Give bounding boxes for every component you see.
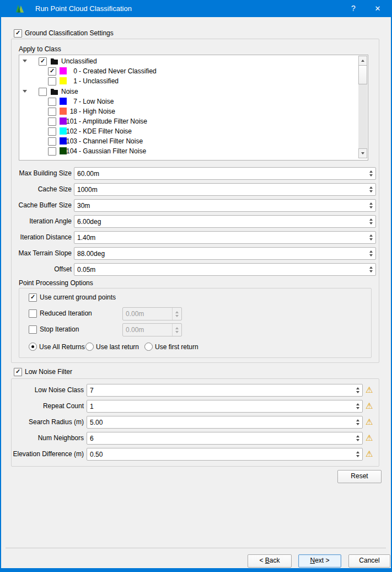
iteration-angle-spinbox[interactable]: 6.00deg — [74, 215, 376, 228]
checkbox[interactable]: ✓ — [39, 88, 47, 96]
spinner-buttons[interactable] — [367, 216, 375, 227]
spinner-buttons[interactable] — [353, 400, 362, 412]
class-name: KDE Filter Noise — [79, 127, 132, 135]
checkbox[interactable]: ✓ — [39, 57, 47, 66]
elevation-difference-label: Elevation Difference (m) — [11, 450, 84, 458]
spinner-buttons[interactable] — [353, 432, 362, 444]
folder-icon — [51, 88, 58, 97]
radio-use-all-returns[interactable] — [29, 343, 37, 351]
folder-icon — [51, 58, 58, 66]
spinner-buttons[interactable] — [367, 264, 375, 275]
class-name: Created Never Classified — [79, 67, 157, 75]
spinner-buttons[interactable] — [367, 184, 375, 195]
class-tree: ✓ Unclassified ✓ 0 Created Never Classif… — [19, 55, 368, 161]
checkbox[interactable]: ✓ — [48, 147, 56, 156]
tree-row-class-0[interactable]: ✓ 0 Created Never Classified — [19, 66, 356, 76]
reset-button[interactable]: Reset — [337, 470, 382, 483]
low-noise-filter-label: Low Noise Filter — [25, 368, 72, 376]
max-building-size-spinbox[interactable]: 60.00m — [74, 167, 376, 180]
checkbox[interactable]: ✓ — [48, 67, 56, 76]
checkbox[interactable]: ✓ — [48, 117, 56, 126]
next-button[interactable]: Next > — [298, 554, 341, 568]
tree-row-class-102[interactable]: ✓ 102 KDE Filter Noise — [19, 126, 356, 136]
class-number: 1 — [66, 77, 77, 85]
spinner-buttons[interactable] — [367, 232, 375, 243]
use-last-return-label: Use last return — [96, 343, 139, 351]
tree-scrollbar[interactable] — [358, 56, 367, 158]
iteration-distance-spinbox[interactable]: 1.40m — [74, 231, 376, 244]
spinner-buttons[interactable] — [367, 168, 375, 179]
scroll-up-button[interactable] — [358, 56, 367, 66]
class-number: 102 — [66, 127, 77, 135]
back-button[interactable]: < Back — [248, 554, 292, 568]
cache-buffer-size-label: Cache Buffer Size — [11, 201, 72, 209]
repeat-count-spinbox[interactable]: 1 — [87, 400, 363, 413]
class-number: 103 — [66, 137, 77, 145]
checkbox[interactable]: ✓ — [48, 127, 56, 136]
scrollbar-thumb[interactable] — [358, 65, 367, 84]
cache-size-spinbox[interactable]: 1000m — [74, 183, 376, 196]
checkbox[interactable]: ✓ — [48, 77, 56, 85]
iteration-angle-label: Iteration Angle — [11, 217, 72, 225]
search-radius-label: Search Radius (m) — [11, 418, 84, 426]
checkbox[interactable]: ✓ — [48, 108, 56, 116]
tree-row-class-18[interactable]: ✓ 18 High Noise — [19, 106, 356, 116]
tree-row-class-7[interactable]: ✓ 7 Low Noise — [19, 97, 356, 106]
spinner-buttons[interactable] — [353, 384, 362, 396]
tree-group-label: Noise — [61, 88, 78, 95]
spinner-buttons[interactable] — [353, 448, 362, 460]
class-name: Channel Filter Noise — [79, 137, 143, 145]
checkbox[interactable]: ✓ — [48, 98, 56, 106]
use-first-return-label: Use first return — [155, 343, 198, 351]
stop-iteration-checkbox[interactable]: ✓ — [29, 325, 37, 334]
search-radius-spinbox[interactable]: 5.00 — [87, 416, 363, 429]
ground-settings-label: Ground Classification Settings — [25, 29, 114, 37]
class-number: 0 — [66, 67, 77, 75]
tree-row-noise-group[interactable]: ✓ Noise — [19, 87, 356, 97]
class-name: Amplitude Filter Noise — [79, 117, 147, 125]
offset-label: Offset — [11, 265, 72, 273]
low-noise-class-spinbox[interactable]: 7 — [87, 384, 363, 397]
help-button[interactable]: ? — [344, 0, 363, 17]
num-neighbors-label: Num Neighbors — [11, 434, 84, 442]
offset-spinbox[interactable]: 0.05m — [74, 263, 376, 276]
scroll-down-button[interactable] — [358, 148, 367, 158]
tree-row-class-104[interactable]: ✓ 104 Gaussian Filter Noise — [19, 146, 356, 156]
titlebar: Run Point Cloud Classification ? ✕ — [0, 0, 392, 17]
cancel-button[interactable]: Cancel — [348, 554, 390, 568]
class-name: Low Noise — [79, 98, 114, 105]
class-name: High Noise — [79, 108, 115, 115]
spinner-buttons[interactable] — [367, 248, 375, 259]
max-terrain-slope-label: Max Terrain Slope — [11, 249, 72, 257]
stop-iteration-label: Stop Iteration — [40, 325, 79, 333]
warning-icon: ⚠ — [366, 418, 373, 426]
iteration-distance-label: Iteration Distance — [11, 233, 72, 241]
spinner-buttons — [172, 308, 181, 320]
run-point-cloud-classification-dialog: Run Point Cloud Classification ? ✕ ✓ Gro… — [0, 0, 392, 572]
radio-use-last-return[interactable] — [85, 343, 94, 351]
spinner-buttons[interactable] — [353, 416, 362, 428]
max-terrain-slope-spinbox[interactable]: 88.00deg — [74, 247, 376, 260]
use-current-ground-points-checkbox[interactable]: ✓ — [29, 293, 37, 302]
tree-row-class-101[interactable]: ✓ 101 Amplitude Filter Noise — [19, 116, 356, 126]
ground-settings-checkbox[interactable]: ✓ — [14, 29, 22, 38]
tree-row-unclassified-group[interactable]: ✓ Unclassified — [19, 56, 356, 66]
class-number: 7 — [66, 98, 77, 105]
tree-row-class-103[interactable]: ✓ 103 Channel Filter Noise — [19, 136, 356, 146]
cache-buffer-size-spinbox[interactable]: 30m — [74, 199, 376, 212]
spinner-buttons — [172, 324, 181, 336]
spinner-buttons[interactable] — [367, 200, 375, 211]
reduced-iteration-label: Reduced Iteration — [40, 309, 92, 317]
close-button[interactable]: ✕ — [368, 0, 387, 17]
chevron-down-icon[interactable] — [23, 90, 27, 93]
reduced-iteration-checkbox[interactable]: ✓ — [29, 309, 37, 318]
use-current-ground-points-label: Use current ground points — [40, 293, 116, 301]
tree-row-class-1[interactable]: ✓ 1 Unclassified — [19, 76, 356, 86]
stop-iteration-spinbox: 0.00m — [122, 323, 182, 336]
low-noise-filter-checkbox[interactable]: ✓ — [14, 368, 22, 376]
num-neighbors-spinbox[interactable]: 6 — [87, 432, 363, 445]
chevron-down-icon[interactable] — [23, 60, 27, 62]
elevation-difference-spinbox[interactable]: 0.50 — [87, 448, 363, 461]
checkbox[interactable]: ✓ — [48, 137, 56, 146]
radio-use-first-return[interactable] — [144, 343, 153, 351]
